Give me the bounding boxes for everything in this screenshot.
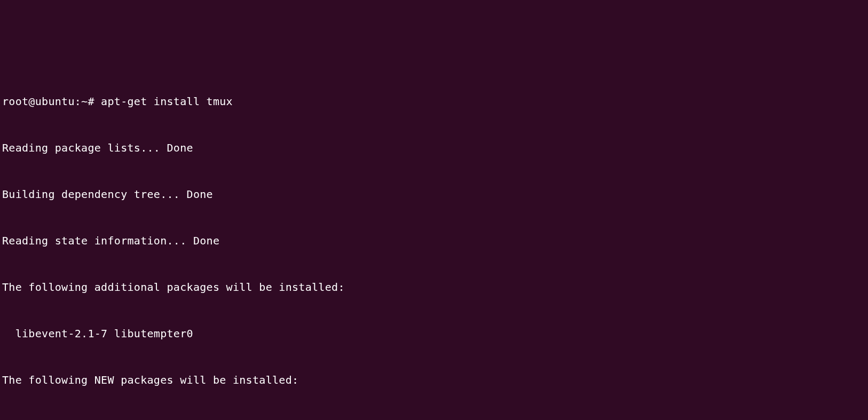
terminal-line: Reading state information... Done <box>2 233 866 249</box>
terminal-line: The following additional packages will b… <box>2 280 866 295</box>
terminal-line: Building dependency tree... Done <box>2 187 866 202</box>
terminal-line: root@ubuntu:~# apt-get install tmux <box>2 94 866 109</box>
terminal-window[interactable]: root@ubuntu:~# apt-get install tmux Read… <box>0 62 868 420</box>
terminal-line: Reading package lists... Done <box>2 140 866 156</box>
terminal-line: libevent-2.1-7 libutempter0 <box>2 326 866 342</box>
terminal-line: The following NEW packages will be insta… <box>2 373 866 388</box>
